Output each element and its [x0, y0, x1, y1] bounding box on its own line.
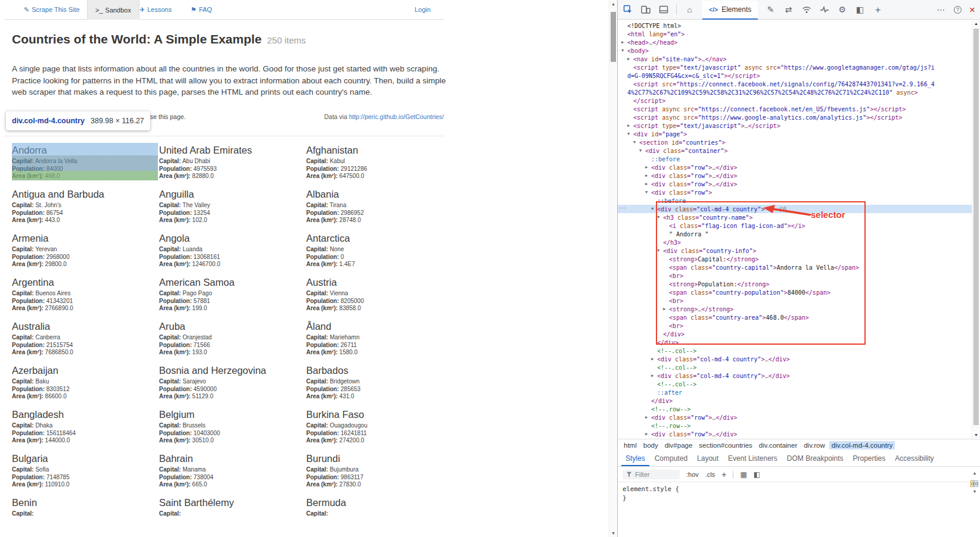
home-icon[interactable]: ⌂ — [685, 5, 695, 15]
tab-layout[interactable]: Layout — [693, 451, 723, 466]
inspect-element-icon[interactable] — [623, 5, 633, 15]
expand-arrow-icon[interactable]: ▶ — [651, 373, 657, 378]
dom-line[interactable]: <!--.col--> — [618, 346, 972, 355]
swap-arrows-icon[interactable]: ⇄ — [783, 5, 794, 15]
expand-arrow-icon[interactable]: ▶ — [651, 357, 657, 361]
dom-line[interactable]: 4%2C77%2C67%2C109%2C59%2C58%2C31%2C96%2C… — [618, 88, 972, 96]
dom-line-ellipsis[interactable]: ... — [620, 203, 626, 210]
scrollbar-thumb[interactable] — [611, 12, 616, 62]
tab-event-listeners[interactable]: Event Listeners — [724, 451, 782, 466]
dom-line[interactable]: ▶<script type="text/javascript">…</scrip… — [618, 121, 972, 130]
dom-line[interactable]: <!--.col--> — [618, 363, 972, 371]
scroll-up-icon[interactable]: ▲ — [970, 469, 979, 477]
dom-line[interactable]: <script type="text/javascript" async src… — [618, 63, 972, 71]
dom-line[interactable]: ▼<h3 class="country-name"> — [618, 213, 972, 221]
dom-line[interactable]: " Andorra " — [618, 230, 972, 238]
dom-line[interactable]: <span class="country-population">84000</… — [618, 288, 972, 296]
dom-line[interactable]: <i class="flag-icon flag-icon-ad"></i> — [618, 221, 972, 230]
scroll-up-icon[interactable]: ▲ — [972, 20, 980, 27]
class-toggle[interactable]: .cls — [705, 471, 715, 478]
breadcrumb-item[interactable]: div#page — [662, 441, 695, 449]
dom-line[interactable]: <strong>Population:</strong> — [618, 280, 972, 288]
style-rule-selector[interactable]: element.style — [623, 485, 671, 492]
dom-line[interactable]: <br> — [618, 296, 972, 305]
expand-arrow-icon[interactable]: ▼ — [627, 132, 633, 136]
dom-line[interactable]: </script> — [618, 96, 972, 105]
dom-line[interactable]: <br> — [618, 321, 972, 330]
dom-line[interactable]: <!--.col--> — [618, 380, 972, 388]
dom-line[interactable]: <span class="country-area">468.0</span> — [618, 313, 972, 321]
expand-arrow-icon[interactable]: ▶ — [627, 123, 633, 128]
breadcrumb-item[interactable]: div.container — [757, 441, 799, 449]
dom-line[interactable]: ▼<body> — [618, 46, 972, 55]
dom-line[interactable]: ▼<section id="countries"> — [618, 138, 972, 146]
dom-line[interactable]: <strong>Capital:</strong> — [618, 255, 972, 263]
expand-arrow-icon[interactable]: ▼ — [657, 215, 663, 220]
dom-line[interactable]: <span class="country-capital">Andorra la… — [618, 263, 972, 271]
dom-line[interactable]: ▶<div class="col-md-4 country">…</div> — [618, 355, 972, 363]
add-tab-icon[interactable]: + — [873, 5, 883, 15]
dom-line[interactable]: ▶<div class="row">…</div> — [618, 413, 972, 422]
console-drawer-icon[interactable] — [658, 5, 668, 15]
scroll-up-icon[interactable]: ▲ — [609, 0, 617, 8]
tab-elements[interactable]: </> Elements — [702, 1, 758, 20]
dom-line[interactable]: <script async src="https://www.google-an… — [618, 113, 972, 121]
breadcrumb-item[interactable]: html — [621, 441, 639, 449]
tab-dom-breakpoints[interactable]: DOM Breakpoints — [783, 451, 848, 466]
edit-icon[interactable]: ✎ — [766, 5, 776, 15]
dom-line[interactable]: <br> — [618, 271, 972, 280]
dom-line[interactable]: ▶<strong>…</strong> — [618, 305, 972, 313]
expand-arrow-icon[interactable]: ▶ — [621, 40, 627, 45]
activity-icon[interactable] — [819, 5, 829, 15]
expand-arrow-icon[interactable]: ▼ — [657, 248, 663, 253]
page-scrollbar[interactable]: ▲ ▼ — [609, 0, 617, 537]
dom-line[interactable]: ▼<div class="country-info"> — [618, 246, 972, 255]
breadcrumb-item[interactable]: section#countries — [696, 441, 755, 449]
dom-line[interactable]: <html lang="en"> — [618, 30, 972, 38]
breadcrumb-item[interactable]: div.col-md-4.country — [829, 441, 895, 449]
tab-computed[interactable]: Computed — [651, 451, 692, 466]
dom-line[interactable]: ::before — [618, 196, 972, 205]
dom-line[interactable]: ▶<head>…</head> — [618, 38, 972, 46]
dom-line[interactable]: ▼<div class="row"> — [618, 188, 972, 196]
dom-line[interactable]: ▶<div class="row">…</div> — [618, 163, 972, 171]
nav-link-faq[interactable]: ⚑FAQ — [191, 6, 212, 14]
dom-line[interactable]: ▶<div class="col-md-4 country">…</div> — [618, 371, 972, 380]
dom-line[interactable]: d=G-09N5RQCFG4&cx=c&_slc=1"></script> — [618, 71, 972, 80]
expand-arrow-icon[interactable]: ▶ — [663, 307, 669, 311]
dom-line[interactable]: ▶<div class="row">…</div> — [618, 430, 972, 438]
dom-line[interactable]: </div> — [618, 338, 972, 346]
scroll-down-icon[interactable]: ▼ — [609, 529, 617, 537]
wifi-icon[interactable] — [801, 5, 811, 15]
dom-line[interactable]: </div> — [618, 396, 972, 405]
computed-sidebar-icon[interactable]: ◧ — [754, 470, 760, 479]
dom-line[interactable]: ::after — [618, 388, 972, 396]
dom-line[interactable]: <!DOCTYPE html> — [618, 21, 972, 30]
dom-line[interactable]: <!--.row--> — [618, 422, 972, 430]
styles-scrollbar[interactable]: ▲ 00 ▼ — [970, 469, 979, 512]
nav-link-lessons[interactable]: ✈Lessons — [139, 6, 172, 14]
scroll-down-icon[interactable]: ▼ — [972, 431, 980, 439]
dom-line[interactable]: <script async src="https://connect.faceb… — [618, 105, 972, 113]
nav-brand-link[interactable]: ✎Scrape This Site — [24, 6, 80, 14]
help-icon[interactable]: ? — [954, 6, 962, 14]
pseudo-state-toggle[interactable]: :hov — [686, 471, 699, 478]
dom-line[interactable]: ▼<div id="page"> — [618, 130, 972, 138]
expand-arrow-icon[interactable]: ▶ — [645, 415, 651, 420]
dom-line[interactable]: </h3> — [618, 238, 972, 246]
new-style-rule-button[interactable]: + — [721, 470, 726, 479]
expand-arrow-icon[interactable]: ▼ — [621, 48, 627, 53]
expand-arrow-icon[interactable]: ▶ — [645, 432, 651, 436]
device-toolbar-icon[interactable] — [640, 5, 651, 15]
dom-line[interactable]: ▼<div class="container"> — [618, 146, 972, 155]
expand-arrow-icon[interactable]: ▼ — [639, 148, 645, 153]
grid-icon[interactable]: ▦ — [740, 470, 746, 479]
dom-line[interactable]: <!--.row--> — [618, 405, 972, 413]
dom-line[interactable]: ▼<div class="col-md-4 country"> == $0 — [618, 205, 972, 213]
data-source-link[interactable]: http://peric.github.io/GetCountries/ — [349, 113, 444, 120]
dom-line[interactable]: ::before — [618, 155, 972, 163]
dom-line[interactable]: ▶<div class="row">…</div> — [618, 180, 972, 188]
expand-arrow-icon[interactable]: ▶ — [645, 165, 651, 170]
tab-accessibility[interactable]: Accessibility — [891, 451, 938, 466]
close-icon[interactable]: × — [969, 5, 975, 15]
